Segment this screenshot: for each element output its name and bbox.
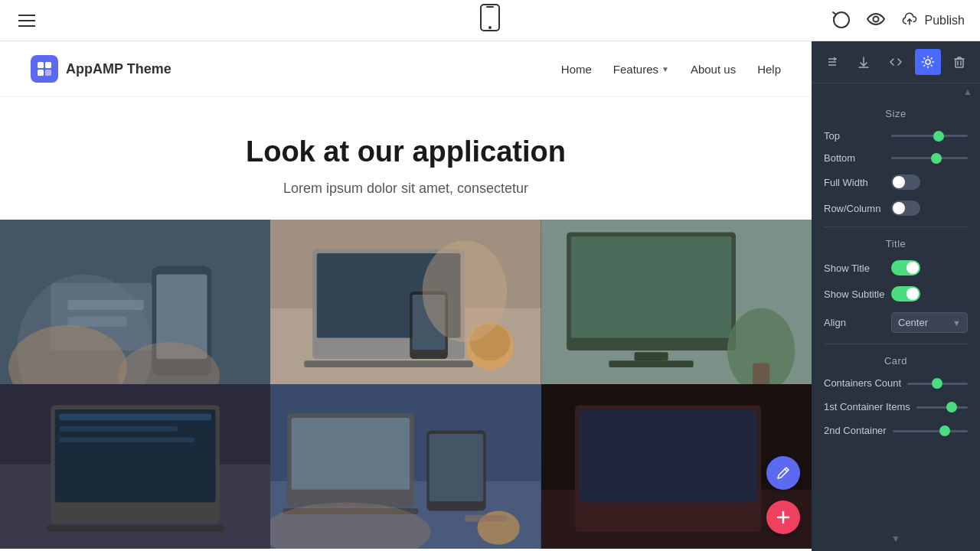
scroll-down-arrow: ▼ bbox=[891, 533, 900, 544]
align-value: Center bbox=[898, 317, 928, 328]
site-header: AppAMP Theme Home Features ▼ About us He… bbox=[0, 41, 812, 97]
hamburger-icon[interactable] bbox=[15, 11, 38, 30]
nav-help[interactable]: Help bbox=[757, 63, 781, 76]
bottom-slider[interactable] bbox=[891, 157, 968, 159]
svg-rect-39 bbox=[59, 413, 211, 420]
grid-item-2 bbox=[270, 220, 541, 384]
panel-tool-download[interactable] bbox=[851, 49, 877, 75]
cloud-upload-icon bbox=[900, 10, 919, 31]
row-column-label: Row/Column bbox=[824, 203, 885, 214]
show-subtitle-row: Show Subtitle bbox=[824, 286, 968, 302]
publish-button[interactable]: Publish bbox=[900, 10, 965, 31]
grid-item-4 bbox=[0, 384, 270, 549]
grid-item-3 bbox=[541, 220, 812, 384]
svg-rect-1 bbox=[486, 6, 494, 8]
svg-rect-52 bbox=[465, 515, 507, 522]
containers-count-thumb[interactable] bbox=[932, 378, 942, 389]
show-subtitle-toggle[interactable] bbox=[891, 286, 920, 302]
image-grid bbox=[0, 220, 812, 549]
svg-rect-64 bbox=[956, 59, 963, 67]
add-fab-button[interactable] bbox=[766, 500, 800, 534]
show-subtitle-label: Show Subtitle bbox=[824, 289, 885, 300]
first-container-row: 1st Container Items bbox=[824, 401, 968, 414]
top-slider[interactable] bbox=[891, 135, 968, 137]
toolbar-center bbox=[479, 4, 501, 37]
edit-fab-button[interactable] bbox=[766, 456, 800, 490]
second-container-label: 2nd Container bbox=[824, 425, 887, 438]
containers-count-label: Containers Count bbox=[824, 377, 901, 390]
grid-item-1 bbox=[0, 220, 270, 384]
eye-icon[interactable] bbox=[865, 8, 887, 33]
svg-rect-12 bbox=[67, 300, 143, 310]
first-container-label: 1st Container Items bbox=[824, 401, 910, 414]
svg-point-2 bbox=[488, 26, 492, 29]
first-container-slider[interactable] bbox=[916, 406, 968, 409]
hero-subtitle: Lorem ipsum dolor sit amet, consectetur bbox=[31, 181, 781, 197]
svg-rect-32 bbox=[609, 360, 693, 367]
second-container-row: 2nd Container bbox=[824, 425, 968, 438]
full-width-toggle[interactable] bbox=[891, 174, 920, 190]
containers-count-row: Containers Count bbox=[824, 377, 968, 390]
containers-count-slider[interactable] bbox=[907, 383, 968, 385]
row-column-row: Row/Column bbox=[824, 201, 968, 216]
site-brand: AppAMP Theme bbox=[31, 55, 172, 83]
brand-name: AppAMP Theme bbox=[66, 61, 172, 77]
svg-rect-46 bbox=[292, 418, 410, 490]
svg-point-3 bbox=[873, 16, 878, 21]
show-subtitle-knob bbox=[906, 288, 919, 300]
nav-features[interactable]: Features ▼ bbox=[613, 63, 669, 76]
toolbar-right: Publish bbox=[830, 8, 965, 33]
svg-rect-13 bbox=[67, 317, 126, 327]
show-title-knob bbox=[906, 262, 919, 274]
full-width-label: Full Width bbox=[824, 177, 885, 188]
svg-rect-6 bbox=[45, 62, 51, 68]
bottom-slider-thumb[interactable] bbox=[931, 153, 942, 164]
nav-home[interactable]: Home bbox=[561, 63, 592, 76]
panel-tool-code[interactable] bbox=[883, 49, 909, 75]
svg-point-63 bbox=[926, 60, 930, 64]
panel-tool-delete[interactable] bbox=[946, 49, 972, 75]
svg-rect-5 bbox=[38, 62, 44, 68]
row-column-toggle[interactable] bbox=[891, 201, 920, 216]
size-section-title: Size bbox=[824, 108, 968, 119]
section-divider-title bbox=[824, 227, 968, 227]
right-panel: ▲ Size Top Bottom Full Width bbox=[812, 41, 980, 551]
show-title-row: Show Title bbox=[824, 260, 968, 276]
align-label: Align bbox=[824, 317, 885, 328]
full-width-row: Full Width bbox=[824, 174, 968, 190]
align-select[interactable]: Center ▼ bbox=[891, 312, 968, 333]
top-slider-thumb[interactable] bbox=[933, 131, 944, 142]
second-container-thumb[interactable] bbox=[939, 425, 950, 436]
svg-rect-38 bbox=[55, 409, 216, 502]
nav-about[interactable]: About us bbox=[691, 63, 736, 76]
scroll-up-button[interactable]: ▲ bbox=[963, 86, 972, 97]
svg-rect-22 bbox=[304, 360, 473, 367]
first-container-thumb[interactable] bbox=[946, 402, 957, 412]
show-title-toggle[interactable] bbox=[891, 260, 920, 276]
toolbar-left bbox=[15, 11, 38, 30]
title-section-title: Title bbox=[824, 238, 968, 249]
section-divider-card bbox=[824, 344, 968, 344]
undo-icon[interactable] bbox=[830, 8, 851, 33]
scroll-down-indicator[interactable]: ▼ bbox=[812, 530, 980, 547]
site-nav: Home Features ▼ About us Help bbox=[561, 63, 781, 76]
bottom-row: Bottom bbox=[824, 152, 968, 164]
hero-title: Look at our application bbox=[31, 135, 781, 168]
svg-line-67 bbox=[785, 469, 787, 471]
top-row: Top bbox=[824, 130, 968, 142]
svg-rect-40 bbox=[59, 426, 178, 432]
bottom-label: Bottom bbox=[824, 152, 885, 164]
phone-icon[interactable] bbox=[479, 4, 501, 37]
panel-tool-sort[interactable] bbox=[819, 49, 845, 75]
svg-rect-49 bbox=[430, 434, 484, 501]
top-label: Top bbox=[824, 130, 885, 142]
panel-content: Size Top Bottom Full Width bbox=[812, 97, 980, 551]
grid-item-5 bbox=[270, 384, 541, 549]
svg-rect-34 bbox=[753, 364, 769, 384]
top-toolbar: Publish bbox=[0, 0, 980, 41]
svg-rect-42 bbox=[47, 525, 224, 532]
svg-rect-8 bbox=[45, 70, 51, 76]
second-container-slider[interactable] bbox=[893, 430, 968, 432]
panel-tool-settings[interactable] bbox=[915, 49, 941, 75]
scroll-up-area: ▲ bbox=[812, 83, 980, 97]
